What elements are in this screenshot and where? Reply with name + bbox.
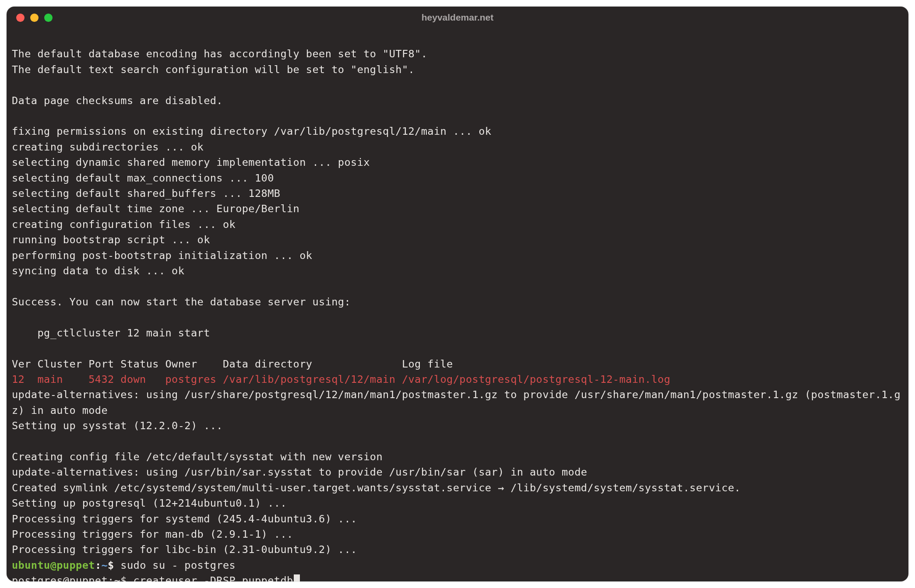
output-line: Setting up postgresql (12+214ubuntu0.1) …: [12, 497, 287, 509]
output-line: pg_ctlcluster 12 main start: [12, 327, 210, 339]
output-line: syncing data to disk ... ok: [12, 265, 184, 277]
output-line: Creating config file /etc/default/syssta…: [12, 451, 383, 463]
output-line: The default database encoding has accord…: [12, 48, 427, 60]
output-line: Created symlink /etc/systemd/system/mult…: [12, 482, 741, 494]
prompt-line-2[interactable]: postgres@puppet:~$ createuser -DRSP pupp…: [12, 574, 300, 581]
output-line: The default text search configuration wi…: [12, 63, 415, 76]
output-line: running bootstrap script ... ok: [12, 234, 210, 246]
output-line-warning: 12 main 5432 down postgres /var/lib/post…: [12, 373, 670, 385]
prompt-path: ~: [101, 559, 108, 571]
prompt-prefix: postgres@puppet:~$: [12, 574, 134, 581]
output-line: Data page checksums are disabled.: [12, 94, 223, 107]
prompt-user-host: ubuntu@puppet: [12, 559, 95, 571]
titlebar: heyvaldemar.net: [7, 7, 908, 28]
window-title: heyvaldemar.net: [7, 12, 908, 23]
prompt-command: sudo su - postgres: [120, 559, 236, 571]
output-line: creating subdirectories ... ok: [12, 141, 204, 153]
prompt-colon: :: [95, 559, 102, 571]
prompt-line-1: ubuntu@puppet:~$ sudo su - postgres: [12, 559, 236, 571]
output-line: Setting up sysstat (12.2.0-2) ...: [12, 420, 223, 432]
output-line: Ver Cluster Port Status Owner Data direc…: [12, 358, 453, 370]
cursor-icon: [294, 574, 300, 581]
output-line: selecting default time zone ... Europe/B…: [12, 203, 299, 215]
output-line: update-alternatives: using /usr/share/po…: [12, 388, 901, 416]
output-line: Processing triggers for systemd (245.4-4…: [12, 513, 357, 525]
output-line: selecting dynamic shared memory implemen…: [12, 156, 370, 168]
terminal-window: heyvaldemar.net The default database enc…: [7, 7, 908, 581]
output-line: creating configuration files ... ok: [12, 218, 236, 231]
output-line: performing post-bootstrap initialization…: [12, 249, 312, 262]
prompt-symbol: $: [108, 559, 120, 571]
output-line: update-alternatives: using /usr/bin/sar.…: [12, 466, 587, 478]
output-line: fixing permissions on existing directory…: [12, 125, 491, 137]
output-line: selecting default max_connections ... 10…: [12, 172, 274, 184]
output-line: selecting default shared_buffers ... 128…: [12, 187, 280, 200]
terminal-body[interactable]: The default database encoding has accord…: [7, 28, 908, 581]
output-line: Processing triggers for man-db (2.9.1-1)…: [12, 528, 293, 540]
output-line: Processing triggers for libc-bin (2.31-0…: [12, 543, 357, 556]
output-line: Success. You can now start the database …: [12, 296, 351, 308]
prompt-command: createuser -DRSP puppetdb: [134, 574, 293, 581]
